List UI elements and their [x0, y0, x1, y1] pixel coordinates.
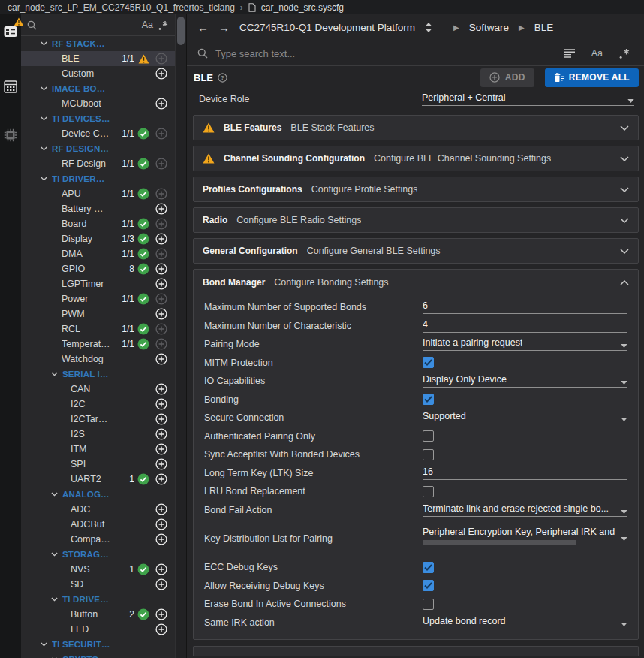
- add-module-icon[interactable]: [155, 263, 167, 275]
- tree-row[interactable]: Board 1/1: [21, 216, 175, 231]
- sidebar-scrollbar[interactable]: [175, 14, 186, 658]
- tree-row[interactable]: TI DRIVER APPS (2): [21, 592, 175, 607]
- checkbox[interactable]: [423, 449, 434, 460]
- tree-row[interactable]: GPIO 8: [21, 261, 175, 276]
- match-case-icon[interactable]: Aa: [591, 48, 603, 59]
- tree-row[interactable]: I2S: [21, 427, 175, 442]
- tree-row[interactable]: ADCBuf: [21, 517, 175, 532]
- add-module-icon[interactable]: [155, 428, 167, 440]
- device-role-select[interactable]: Peripheral + Central: [422, 92, 634, 106]
- config-search-input[interactable]: [215, 48, 556, 59]
- tree-row[interactable]: TI DEVICES (1): [21, 111, 175, 126]
- add-module-icon[interactable]: [155, 473, 167, 485]
- field-input[interactable]: 4: [423, 319, 627, 333]
- field-input[interactable]: Update bond record: [423, 616, 627, 629]
- chevron-down-icon[interactable]: [620, 125, 629, 131]
- tree-row[interactable]: I2CTarget: [21, 412, 175, 427]
- tree-row[interactable]: DMA 1/1: [21, 246, 175, 261]
- filter-lines-icon[interactable]: [564, 49, 575, 58]
- tree-row[interactable]: ANALOG/DIGITAL CONVER...: [21, 487, 175, 502]
- regex-icon[interactable]: [619, 48, 630, 59]
- chevron-down-icon[interactable]: [51, 597, 62, 602]
- file-tab[interactable]: car_node_src.syscfg: [261, 2, 344, 13]
- tree-row[interactable]: Button 2: [21, 607, 175, 622]
- match-case-icon[interactable]: Aa: [142, 20, 153, 30]
- add-module-icon[interactable]: [155, 293, 167, 305]
- chevron-down-icon[interactable]: [41, 86, 52, 91]
- tree-row[interactable]: TI DRIVERS (16): [21, 171, 175, 186]
- config-section-header[interactable]: General Configuration Configure General …: [193, 238, 639, 264]
- field-input[interactable]: 16: [423, 466, 627, 480]
- tree-row[interactable]: BLE 1/1: [21, 51, 175, 66]
- add-module-icon[interactable]: [155, 323, 167, 335]
- tree-row[interactable]: SERIAL INTERFACES (7): [21, 367, 175, 382]
- add-module-icon[interactable]: [155, 128, 167, 140]
- swap-vert-icon[interactable]: [425, 23, 432, 32]
- add-module-icon[interactable]: [155, 188, 167, 200]
- add-module-icon[interactable]: [155, 278, 167, 290]
- sidebar-search-input[interactable]: [42, 20, 137, 30]
- add-module-icon[interactable]: [155, 338, 167, 350]
- tree-row[interactable]: I2C: [21, 397, 175, 412]
- tree-row[interactable]: SD: [21, 577, 175, 592]
- add-module-icon[interactable]: [155, 203, 167, 215]
- add-module-icon[interactable]: [155, 563, 167, 575]
- chevron-down-icon[interactable]: [41, 41, 52, 46]
- chevron-down-icon[interactable]: [620, 156, 629, 161]
- chevron-down-icon[interactable]: [41, 642, 52, 647]
- checkbox[interactable]: [423, 357, 434, 368]
- back-arrow-icon[interactable]: ←: [197, 21, 209, 34]
- field-input[interactable]: Terminate link and erase rejected single…: [423, 503, 627, 517]
- add-module-icon[interactable]: [155, 53, 167, 65]
- add-module-icon[interactable]: [155, 443, 167, 455]
- chevron-down-icon[interactable]: [41, 146, 52, 151]
- tree-row[interactable]: Battery Monitor: [21, 201, 175, 216]
- chevron-down-icon[interactable]: [51, 492, 62, 497]
- tree-row[interactable]: RF STACKS (2): [21, 36, 175, 51]
- chevron-down-icon[interactable]: [41, 177, 52, 181]
- tree-row[interactable]: RF DESIGN (1): [21, 141, 175, 156]
- bond-manager-header[interactable]: Bond Manager Configure Bonding Settings: [194, 270, 638, 295]
- add-module-icon[interactable]: [155, 518, 167, 530]
- add-module-icon[interactable]: [155, 308, 167, 320]
- add-module-icon[interactable]: [155, 623, 167, 635]
- checkbox[interactable]: [423, 430, 434, 442]
- add-module-icon[interactable]: [155, 158, 167, 170]
- field-input[interactable]: Peripheral Encryption Key, Peripheral IR…: [423, 527, 627, 537]
- add-module-icon[interactable]: [155, 248, 167, 260]
- tree-row[interactable]: Temperature 1/1: [21, 337, 175, 352]
- chevron-down-icon[interactable]: [51, 372, 62, 376]
- breadcrumb-ble[interactable]: BLE: [534, 22, 554, 33]
- tree-row[interactable]: PWM: [21, 306, 175, 321]
- tree-row[interactable]: Device Configur... 1/1: [21, 126, 175, 141]
- tree-row[interactable]: ADC: [21, 502, 175, 517]
- add-module-icon[interactable]: [155, 503, 167, 515]
- field-input[interactable]: Initiate a pairing request: [423, 337, 627, 351]
- tree-row[interactable]: Power 1/1: [21, 291, 175, 306]
- checkbox[interactable]: [423, 486, 434, 497]
- tree-row[interactable]: STORAGE INTERFACES (2): [21, 547, 175, 562]
- add-module-icon[interactable]: [155, 578, 167, 590]
- forward-arrow-icon[interactable]: →: [218, 21, 230, 34]
- chevron-down-icon[interactable]: [620, 218, 629, 223]
- field-input[interactable]: 6: [423, 300, 627, 314]
- add-module-icon[interactable]: [155, 413, 167, 425]
- add-module-icon[interactable]: [155, 458, 167, 470]
- add-module-icon[interactable]: [155, 218, 167, 230]
- add-module-icon[interactable]: [155, 398, 167, 410]
- breadcrumb-device[interactable]: CC2745R10-Q1 Development Platform: [239, 22, 415, 33]
- tree-row[interactable]: Display 1/3: [21, 231, 175, 246]
- field-input[interactable]: Supported: [423, 411, 627, 424]
- tree-row[interactable]: Comparator: [21, 532, 175, 547]
- tree-row[interactable]: Watchdog: [21, 352, 175, 367]
- tree-row[interactable]: CAN: [21, 382, 175, 397]
- tree-row[interactable]: APU 1/1: [21, 186, 175, 201]
- tree-row[interactable]: RCL 1/1: [21, 321, 175, 337]
- checkbox[interactable]: [423, 394, 434, 405]
- checkbox[interactable]: [423, 599, 434, 610]
- breadcrumb-software[interactable]: Software: [469, 22, 509, 33]
- add-module-icon[interactable]: [155, 68, 167, 80]
- checkbox[interactable]: [423, 580, 434, 591]
- tree-row[interactable]: ITM: [21, 442, 175, 457]
- board-view-icon[interactable]: [4, 80, 17, 93]
